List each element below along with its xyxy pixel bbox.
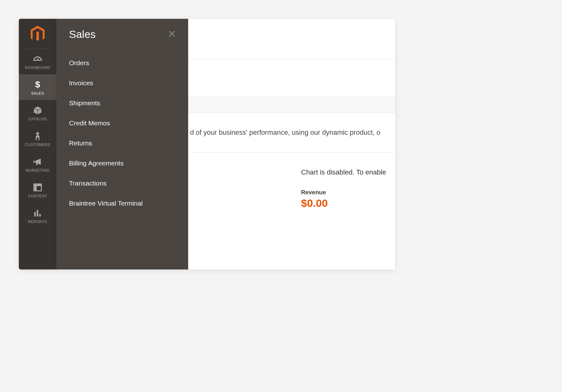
sidebar-item-label: MARKETING: [26, 168, 50, 173]
svg-rect-8: [37, 210, 38, 217]
sidebar-item-dashboard[interactable]: DASHBOARD: [19, 49, 56, 74]
svg-point-3: [36, 132, 39, 135]
sidebar-nav: DASHBOARD $ SALES CATALOG CUSTOMERS: [19, 49, 56, 228]
sidebar-item-reports[interactable]: REPORTS: [19, 203, 56, 228]
chart-disabled-text: Chart is disabled. To enable: [301, 168, 395, 176]
person-icon: [34, 131, 41, 141]
sales-flyout-panel: Sales Orders Invoices Shipments Credit M…: [56, 19, 188, 269]
flyout-item-credit-memos[interactable]: Credit Memos: [69, 119, 176, 127]
sidebar-item-content[interactable]: CONTENT: [19, 177, 56, 203]
bar-chart-icon: [33, 208, 42, 218]
flyout-item-shipments[interactable]: Shipments: [69, 99, 176, 107]
gauge-icon: [32, 54, 43, 64]
logo[interactable]: [25, 19, 50, 49]
toolbar-strip: [188, 60, 395, 97]
main-sidebar: DASHBOARD $ SALES CATALOG CUSTOMERS: [19, 19, 56, 269]
flyout-item-braintree[interactable]: Braintree Virtual Terminal: [69, 200, 176, 207]
flyout-menu: Orders Invoices Shipments Credit Memos R…: [69, 59, 176, 207]
flyout-item-returns[interactable]: Returns: [69, 139, 176, 147]
revenue-value: $0.00: [301, 197, 395, 209]
subheader-strip: [188, 97, 395, 113]
svg-rect-5: [34, 184, 41, 186]
svg-rect-7: [34, 212, 36, 217]
flyout-title: Sales: [69, 28, 96, 40]
sidebar-item-marketing[interactable]: MARKETING: [19, 151, 56, 177]
close-flyout-button[interactable]: [168, 30, 176, 39]
box-icon: [33, 106, 42, 115]
sidebar-item-label: CONTENT: [28, 194, 47, 198]
revenue-label: Revenue: [301, 189, 395, 196]
svg-text:$: $: [35, 80, 40, 89]
flyout-item-billing-agreements[interactable]: Billing Agreements: [69, 159, 176, 167]
chart-section: Chart is disabled. To enable Revenue $0.…: [188, 153, 395, 209]
dollar-icon: $: [34, 80, 41, 89]
performance-text: d of your business' performance, using o…: [188, 113, 395, 153]
sidebar-item-customers[interactable]: CUSTOMERS: [19, 126, 56, 151]
header-strip: [188, 19, 395, 60]
sidebar-item-label: REPORTS: [28, 220, 47, 224]
flyout-header: Sales: [69, 28, 176, 40]
sidebar-item-label: CUSTOMERS: [25, 143, 50, 147]
layout-icon: [33, 183, 42, 192]
app-window: DASHBOARD $ SALES CATALOG CUSTOMERS: [19, 19, 395, 269]
sidebar-item-catalog[interactable]: CATALOG: [19, 100, 56, 126]
flyout-item-transactions[interactable]: Transactions: [69, 180, 176, 187]
sidebar-item-label: CATALOG: [28, 117, 47, 121]
sidebar-item-label: DASHBOARD: [25, 65, 50, 70]
magento-logo-icon: [30, 26, 45, 43]
svg-rect-6: [34, 186, 37, 191]
sidebar-item-sales[interactable]: $ SALES: [19, 74, 56, 100]
flyout-item-invoices[interactable]: Invoices: [69, 79, 176, 87]
sidebar-item-label: SALES: [31, 91, 44, 96]
megaphone-icon: [33, 157, 43, 166]
flyout-item-orders[interactable]: Orders: [69, 59, 176, 67]
svg-rect-9: [39, 214, 41, 217]
main-content: d of your business' performance, using o…: [188, 19, 395, 269]
close-icon: [168, 30, 176, 38]
revenue-stat: Revenue $0.00: [301, 189, 395, 209]
